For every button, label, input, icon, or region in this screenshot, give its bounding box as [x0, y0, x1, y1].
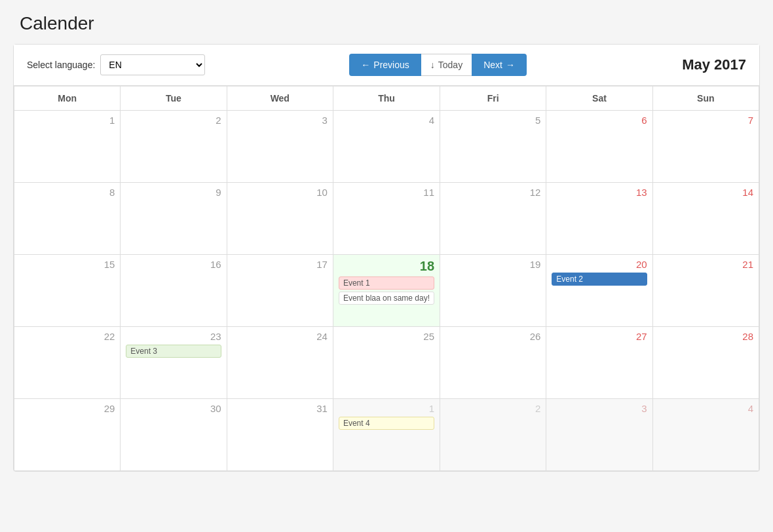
calendar-cell[interactable]: 3: [227, 111, 333, 183]
calendar-cell[interactable]: 21: [652, 255, 759, 327]
day-number: 5: [445, 115, 540, 126]
day-number: 31: [233, 403, 328, 414]
calendar-cell[interactable]: 2: [440, 399, 546, 471]
calendar-cell[interactable]: 30: [121, 399, 227, 471]
day-number: 20: [552, 259, 647, 270]
day-number: 17: [233, 259, 328, 270]
day-number: 12: [445, 187, 540, 198]
column-header-tue: Tue: [121, 86, 227, 111]
day-number: 4: [339, 115, 434, 126]
calendar-cell[interactable]: 14: [652, 183, 759, 255]
calendar-cell[interactable]: 9: [121, 183, 227, 255]
column-header-fri: Fri: [440, 86, 546, 111]
next-label: Next: [483, 60, 502, 70]
day-number: 19: [445, 259, 540, 270]
calendar-row: 891011121314: [14, 183, 759, 255]
next-arrow-icon: →: [506, 60, 515, 70]
calendar-cell[interactable]: 3: [546, 399, 652, 471]
calendar-cell[interactable]: 1Event 4: [333, 399, 440, 471]
language-select[interactable]: EN DE FR ES: [100, 54, 205, 75]
lang-select-group: Select language: EN DE FR ES: [27, 54, 205, 75]
calendar-cell[interactable]: 2: [121, 111, 227, 183]
calendar-row: 15161718Event 1Event blaa on same day!19…: [14, 255, 759, 327]
calendar-container: Select language: EN DE FR ES ← Previous …: [13, 44, 760, 472]
day-number: 6: [552, 115, 647, 126]
calendar-toolbar: Select language: EN DE FR ES ← Previous …: [14, 45, 759, 86]
day-number: 3: [233, 115, 328, 126]
day-number: 9: [126, 187, 221, 198]
calendar-cell[interactable]: 26: [440, 327, 546, 399]
day-number: 27: [552, 331, 647, 342]
day-number: 29: [20, 403, 115, 414]
calendar-cell[interactable]: 27: [546, 327, 652, 399]
calendar-cell[interactable]: 12: [440, 183, 546, 255]
calendar-cell[interactable]: 20Event 2: [546, 255, 652, 327]
day-number: 1: [339, 403, 434, 414]
page-header: Calender: [0, 0, 773, 44]
calendar-cell[interactable]: 5: [440, 111, 546, 183]
calendar-cell[interactable]: 19: [440, 255, 546, 327]
day-number: 23: [126, 331, 221, 342]
calendar-event[interactable]: Event 1: [339, 276, 434, 290]
day-number: 30: [126, 403, 221, 414]
calendar-cell[interactable]: 23Event 3: [121, 327, 227, 399]
calendar-event[interactable]: Event 4: [339, 417, 434, 430]
day-number: 1: [20, 115, 115, 126]
calendar-cell[interactable]: 8: [14, 183, 121, 255]
calendar-cell[interactable]: 25: [333, 327, 440, 399]
column-header-sat: Sat: [546, 86, 652, 111]
calendar-cell[interactable]: 13: [546, 183, 652, 255]
prev-label: Previous: [373, 60, 409, 70]
calendar-cell[interactable]: 18Event 1Event blaa on same day!: [333, 255, 440, 327]
prev-button[interactable]: ← Previous: [349, 54, 421, 76]
column-header-thu: Thu: [333, 86, 440, 111]
day-number: 25: [339, 331, 434, 342]
day-number: 15: [20, 259, 115, 270]
day-number: 8: [20, 187, 115, 198]
calendar-event[interactable]: Event 2: [552, 273, 647, 286]
day-number: 21: [658, 259, 753, 270]
today-button[interactable]: ↓ Today: [421, 54, 472, 76]
calendar-row: 2223Event 32425262728: [14, 327, 759, 399]
page-title: Calender: [20, 13, 753, 34]
day-number: 14: [658, 187, 753, 198]
calendar-header: MonTueWedThuFriSatSun: [14, 86, 759, 111]
calendar-cell[interactable]: 10: [227, 183, 333, 255]
calendar-cell[interactable]: 4: [652, 399, 759, 471]
day-number: 7: [658, 115, 753, 126]
calendar-cell[interactable]: 15: [14, 255, 121, 327]
calendar-row: 2930311Event 4234: [14, 399, 759, 471]
calendar-cell[interactable]: 24: [227, 327, 333, 399]
today-arrow-icon: ↓: [430, 60, 435, 70]
day-number: 13: [552, 187, 647, 198]
calendar-cell[interactable]: 4: [333, 111, 440, 183]
day-number: 2: [445, 403, 540, 414]
calendar-cell[interactable]: 31: [227, 399, 333, 471]
calendar-cell[interactable]: 17: [227, 255, 333, 327]
day-number: 26: [445, 331, 540, 342]
calendar-cell[interactable]: 7: [652, 111, 759, 183]
calendar-event[interactable]: Event blaa on same day!: [339, 292, 434, 305]
calendar-cell[interactable]: 6: [546, 111, 652, 183]
day-number: 10: [233, 187, 328, 198]
column-header-mon: Mon: [14, 86, 121, 111]
calendar-event[interactable]: Event 3: [126, 345, 221, 358]
day-number: 22: [20, 331, 115, 342]
calendar-cell[interactable]: 29: [14, 399, 121, 471]
next-button[interactable]: Next →: [472, 54, 527, 76]
day-number: 11: [339, 187, 434, 198]
calendar-cell[interactable]: 28: [652, 327, 759, 399]
calendar-cell[interactable]: 11: [333, 183, 440, 255]
day-number: 24: [233, 331, 328, 342]
calendar-grid: MonTueWedThuFriSatSun 123456789101112131…: [14, 86, 759, 471]
header-row: MonTueWedThuFriSatSun: [14, 86, 759, 111]
calendar-row: 1234567: [14, 111, 759, 183]
day-number: 3: [552, 403, 647, 414]
calendar-cell[interactable]: 16: [121, 255, 227, 327]
month-title: May 2017: [682, 56, 746, 73]
calendar-cell[interactable]: 1: [14, 111, 121, 183]
day-number: 18: [339, 259, 434, 274]
column-header-sun: Sun: [652, 86, 759, 111]
day-number: 28: [658, 331, 753, 342]
calendar-cell[interactable]: 22: [14, 327, 121, 399]
